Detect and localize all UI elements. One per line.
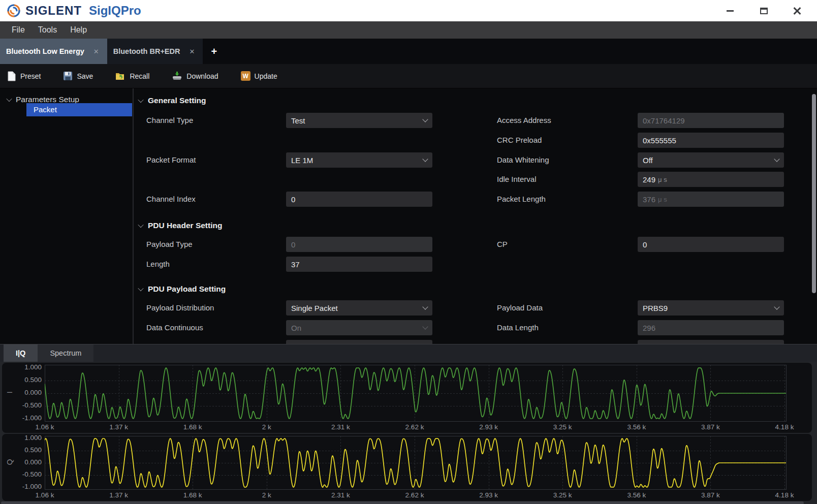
i-waveform-canvas[interactable] [45, 365, 787, 422]
q-waveform-chart: Q 1.0000.5000.000-0.500-1.0001.06 k1.37 … [2, 434, 812, 501]
tool-label: Download [186, 72, 218, 80]
horizontal-scrollbar [0, 501, 817, 504]
siglent-logo-icon [6, 3, 21, 18]
tool-label: Recall [130, 72, 149, 80]
x-tick-label: 3.56 k [627, 491, 646, 499]
data_continuous-label: Data Continuous [146, 320, 203, 335]
parameters-tree: Parameters Setup Packet [0, 88, 134, 344]
download-drive-icon [172, 71, 182, 81]
access_address-label: Access Address [497, 113, 551, 128]
app-title: SigIQPro [89, 4, 141, 18]
idle_interval-input[interactable]: 249μ s [638, 172, 784, 187]
chevron-down-icon[interactable] [138, 97, 143, 103]
section-title: General Setting [148, 96, 206, 105]
x-tick-label: 3.25 k [553, 491, 572, 499]
document-tab-bar: Bluetooth Low Energy ✕ Bluetooth BR+EDR … [0, 39, 817, 64]
tab-label: Bluetooth Low Energy [6, 47, 84, 55]
data_length-input: 296 [638, 320, 784, 335]
save-button[interactable]: Save [63, 71, 93, 81]
tab-iq[interactable]: I|Q [4, 344, 38, 362]
tab-spectrum[interactable]: Spectrum [38, 344, 93, 362]
packet_format-value: LE 1M [291, 156, 313, 165]
tab-label: Bluetooth BR+EDR [113, 47, 180, 55]
x-tick-label: 4.18 k [775, 491, 794, 499]
idle_interval-label: Idle Interval [497, 172, 537, 187]
tool-label: Update [255, 72, 277, 80]
download-button[interactable]: Download [172, 71, 218, 81]
data_whitening-select[interactable]: Off [638, 152, 784, 168]
channel_type-select[interactable]: Test [286, 113, 432, 128]
vertical-scrollbar-thumb[interactable] [812, 94, 816, 293]
channel_index-value: 0 [291, 195, 295, 204]
x-tick-label: 1.37 k [109, 423, 128, 431]
payload_data-select[interactable]: PRBS9 [638, 300, 784, 316]
menu-tools[interactable]: Tools [32, 25, 64, 35]
tab-bluetooth-br-edr[interactable]: Bluetooth BR+EDR ✕ [107, 39, 203, 64]
app-window: SIGLENT SigIQPro File Tools Help Bluetoo… [0, 0, 817, 504]
cp-value: 0 [643, 240, 647, 249]
section-header-1: PDU Header Setting [136, 219, 222, 232]
x-tick-label: 1.06 k [36, 491, 54, 499]
minimize-icon [727, 10, 734, 12]
toolbar: Preset Save Recall [0, 64, 817, 88]
close-button[interactable] [793, 6, 802, 15]
menu-help[interactable]: Help [64, 25, 93, 35]
channel_index-input[interactable]: 0 [286, 192, 432, 207]
packet_format-label: Packet Format [146, 152, 196, 168]
channel_type-label: Channel Type [146, 113, 193, 128]
tab-bluetooth-low-energy[interactable]: Bluetooth Low Energy ✕ [0, 39, 107, 64]
tool-label: Save [77, 72, 93, 80]
update-button[interactable]: W Update [241, 71, 277, 81]
cp-input[interactable]: 0 [638, 237, 784, 252]
chevron-down-icon[interactable] [138, 286, 143, 291]
chevron-down-icon [422, 116, 428, 122]
length-value: 37 [291, 260, 300, 269]
tree-item-packet[interactable]: Packet [26, 103, 132, 116]
y-tick-label: 1.000 [10, 434, 42, 442]
recall-button[interactable]: Recall [115, 71, 149, 81]
data_continuous-select: On [286, 320, 432, 335]
update-w-icon: W [241, 71, 250, 81]
data_length-label: Data Length [497, 320, 539, 335]
x-tick-label: 2.93 k [479, 491, 498, 499]
idle_interval-value: 249 [643, 175, 655, 184]
tab-close-icon[interactable]: ✕ [91, 47, 101, 56]
folder-recall-icon [115, 71, 125, 81]
payload_distribution-select[interactable]: Single Packet [286, 300, 432, 316]
length-input[interactable]: 37 [286, 257, 432, 272]
chevron-down-icon [774, 304, 779, 309]
i-waveform-chart: I 1.0000.5000.000-0.500-1.0001.06 k1.37 … [2, 363, 812, 433]
title-bar: SIGLENT SigIQPro [0, 0, 817, 21]
tab-close-icon[interactable]: ✕ [187, 47, 197, 56]
menu-bar: File Tools Help [0, 21, 817, 39]
x-tick-label: 1.68 k [183, 491, 202, 499]
payload_type-input: 0 [286, 237, 432, 252]
preset-button[interactable]: Preset [7, 71, 41, 81]
add-tab-button[interactable]: + [203, 39, 225, 64]
x-tick-label: 2 k [262, 491, 271, 499]
minimize-button[interactable] [726, 6, 735, 15]
chevron-down-icon[interactable] [138, 222, 143, 228]
data_whitening-label: Data Whitening [497, 152, 549, 168]
brand: SIGLENT SigIQPro [0, 3, 141, 18]
horizontal-scrollbar-thumb[interactable] [1, 501, 804, 504]
y-tick-label: 0.000 [10, 458, 42, 466]
parameter-form: General SettingPDU Header SettingPDU Pay… [134, 88, 817, 344]
brand-siglent: SIGLENT [25, 4, 82, 18]
packet_format-select[interactable]: LE 1M [286, 152, 432, 168]
packet_length-value: 376 [643, 195, 655, 204]
maximize-icon [760, 8, 768, 14]
menu-file[interactable]: File [5, 25, 32, 35]
payload_distribution-label: Payload Distribution [146, 300, 214, 316]
y-tick-label: -0.500 [10, 401, 42, 409]
crc_preload-input[interactable]: 0x555555 [638, 133, 784, 148]
payload_type-label: Payload Type [146, 237, 193, 252]
x-tick-label: 2.93 k [479, 423, 498, 431]
data_continuous-value: On [291, 324, 301, 332]
y-tick-label: 0.000 [10, 389, 42, 396]
x-tick-label: 1.68 k [183, 423, 202, 431]
payload_type-value: 0 [291, 240, 295, 249]
q-waveform-canvas[interactable] [45, 436, 787, 490]
maximize-button[interactable] [759, 6, 768, 15]
section-header-2: PDU Payload Setting [136, 283, 226, 295]
